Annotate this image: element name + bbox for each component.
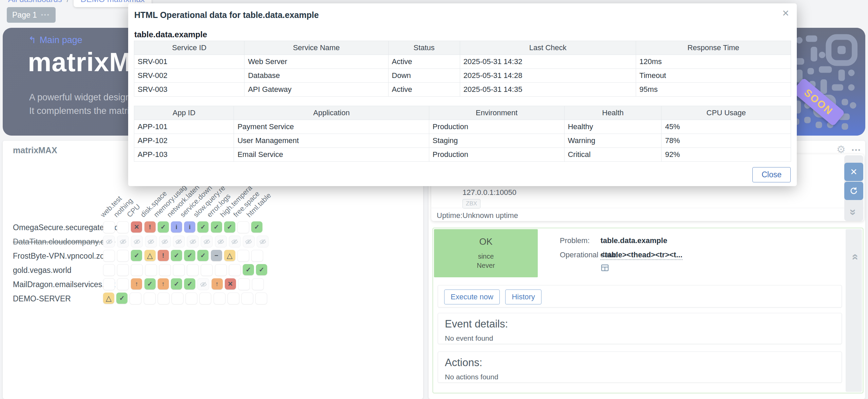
matrix-cell-empty: [237, 250, 249, 262]
matrix-cell-eye[interactable]: [257, 236, 269, 247]
collapse-up-chevron-icon[interactable]: »: [848, 252, 859, 262]
matrix-cell-dash[interactable]: −: [211, 250, 222, 261]
matrix-cell-ok[interactable]: ✓: [251, 221, 262, 233]
matrix-cell-eye[interactable]: [201, 236, 213, 247]
matrix-cell-eye[interactable]: [103, 236, 115, 247]
popup-close-button[interactable]: ✕: [844, 163, 863, 181]
matrix-cell-eye[interactable]: [145, 236, 157, 247]
matrix-cell-eye[interactable]: [117, 236, 129, 247]
matrix-cell-empty: [117, 250, 129, 262]
matrix-cell-empty: [117, 264, 129, 276]
dashboard-page: All dashboards/DEMO matrixmax Page 1 •••: [0, 0, 868, 399]
gear-icon[interactable]: ⚙: [836, 143, 846, 155]
page-tab[interactable]: Page 1 •••: [7, 7, 56, 23]
column-header: Last Check: [460, 41, 636, 55]
breadcrumb-all-dashboards[interactable]: All dashboards: [8, 0, 62, 4]
table-cell: Active: [388, 83, 460, 97]
history-button[interactable]: History: [505, 290, 541, 304]
host-link[interactable]: FrostByte-VPN.vpncool.zone: [13, 252, 113, 261]
matrix-cell-excl[interactable]: !: [144, 221, 156, 233]
matrix-cell-ok[interactable]: ✓: [116, 293, 127, 304]
modal-subtitle: table.data.example: [134, 30, 207, 39]
matrix-cell-ok[interactable]: ✓: [171, 278, 182, 290]
eye-off-icon: [217, 238, 224, 245]
actions-heading: Actions:: [445, 357, 482, 369]
matrix-cell-ok[interactable]: ✓: [144, 278, 156, 290]
matrix-cell-eye[interactable]: [187, 236, 199, 247]
status-badge: OK since Never: [434, 229, 538, 277]
host-link[interactable]: DataTitan.cloudcompany.com: [13, 237, 115, 246]
matrix-cell-up[interactable]: ↑: [131, 278, 142, 290]
column-header: Status: [388, 41, 460, 55]
matrix-cell-ok[interactable]: ✓: [256, 264, 267, 275]
table-cell: 2025-05-31 14:35: [460, 83, 636, 97]
matrix-cell-ok[interactable]: ✓: [224, 221, 235, 233]
execute-now-button[interactable]: Execute now: [444, 290, 500, 304]
matrix-cell-tri[interactable]: △: [224, 250, 235, 261]
column-header: Service Name: [244, 41, 388, 55]
table-row: APP-102User ManagementStagingWarning78%: [134, 134, 791, 148]
matrix-cell-tri[interactable]: △: [103, 293, 114, 304]
matrix-cell-error[interactable]: ✕: [225, 278, 236, 290]
uptime-value: Unknown uptime: [462, 211, 518, 220]
matrix-cell-up[interactable]: ↑: [212, 278, 223, 290]
popup-refresh-button[interactable]: [844, 182, 863, 200]
matrix-cell-ok[interactable]: ✓: [184, 278, 195, 290]
column-header: CPU Usage: [662, 106, 791, 120]
column-header: Service ID: [134, 41, 244, 55]
popup-divider: [431, 208, 864, 208]
matrix-cell-empty: [238, 278, 250, 290]
table-cell: Production: [429, 120, 564, 134]
event-details-card: Event details: No event found: [438, 313, 842, 344]
matrix-cell-empty: [103, 250, 115, 262]
matrix-cell-ok[interactable]: ✓: [131, 250, 142, 261]
matrix-cell-ok[interactable]: ✓: [184, 250, 195, 261]
eye-off-icon: [133, 238, 141, 245]
close-x-icon: ✕: [850, 167, 857, 177]
matrix-cell-empty: [131, 264, 143, 276]
matrix-cells: [103, 236, 269, 247]
matrix-cell-eye[interactable]: [173, 236, 185, 247]
matrix-cell-ok[interactable]: ✓: [171, 250, 182, 261]
matrix-cell-info[interactable]: i: [184, 221, 195, 233]
applications-table: App IDApplicationEnvironmentHealthCPU Us…: [134, 106, 791, 162]
matrix-row: DEMO-SERVER△✓: [3, 293, 423, 304]
matrix-cell-error[interactable]: ✕: [131, 221, 142, 233]
matrix-cell-eye[interactable]: [159, 236, 171, 247]
matrix-cell-empty: [228, 293, 239, 304]
widget-menu-icon[interactable]: •••: [852, 147, 861, 154]
matrix-cell-ok[interactable]: ✓: [197, 221, 209, 233]
matrix-cell-eye[interactable]: [215, 236, 227, 247]
main-page-link[interactable]: ↰Main page: [28, 35, 82, 45]
table-row: SRV-001Web ServerActive2025-05-31 14:321…: [134, 55, 791, 69]
modal-close-button[interactable]: Close: [752, 167, 791, 182]
page-tab-menu-icon[interactable]: •••: [41, 12, 50, 18]
table-cell: 120ms: [636, 55, 791, 69]
matrix-cell-excl[interactable]: !: [158, 250, 169, 261]
matrix-cell-eye[interactable]: [197, 278, 209, 290]
host-link[interactable]: MailDragon.emailservices.net: [13, 280, 115, 289]
matrix-cell-up[interactable]: ↑: [158, 278, 169, 290]
host-link[interactable]: gold.vegas.world: [13, 266, 72, 275]
matrix-cell-eye[interactable]: [229, 236, 241, 247]
matrix-cell-eye[interactable]: [131, 236, 143, 247]
matrix-cell-empty: [252, 278, 264, 290]
table-popup-icon[interactable]: [600, 263, 609, 274]
host-link[interactable]: DEMO-SERVER: [13, 294, 71, 303]
scroll-down-chevron-icon[interactable]: »: [848, 207, 859, 218]
table-cell: Production: [429, 148, 564, 162]
matrix-cell-empty: [159, 264, 171, 276]
matrix-cell-ok[interactable]: ✓: [211, 221, 222, 233]
popup-control-strip: ✕ »: [844, 155, 863, 221]
modal-close-icon[interactable]: ✕: [782, 8, 789, 19]
matrix-cell-empty: [201, 264, 213, 276]
matrix-cell-eye[interactable]: [243, 236, 255, 247]
matrix-cell-empty: [251, 250, 263, 262]
modal-title: HTML Operational data for table.data.exa…: [134, 10, 319, 20]
matrix-cell-ok[interactable]: ✓: [158, 221, 169, 233]
opdata-link[interactable]: <table><thead><tr><t...: [600, 251, 683, 260]
matrix-cell-ok[interactable]: ✓: [243, 264, 254, 275]
matrix-cell-info[interactable]: i: [171, 221, 182, 233]
matrix-cell-ok[interactable]: ✓: [197, 250, 209, 261]
matrix-cell-tri[interactable]: △: [144, 250, 156, 261]
